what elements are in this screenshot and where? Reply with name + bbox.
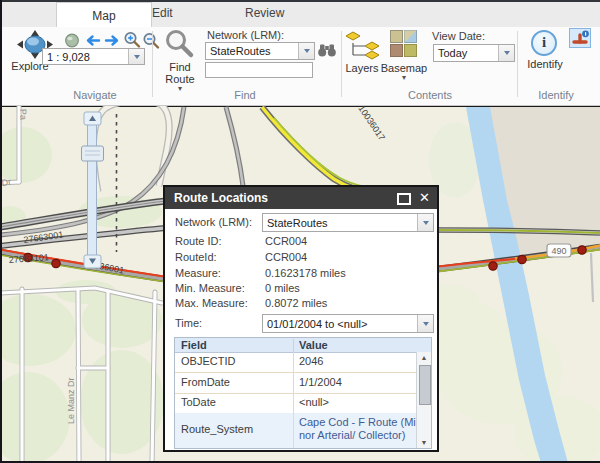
table-header-field: Field [181,339,207,351]
time-label: Time: [175,317,202,329]
dialog-titlebar[interactable]: Route Locations ✕ [165,187,437,209]
network-lrm-dropdown-arrow[interactable] [298,43,314,59]
min-measure-label: Min. Measure: [175,282,245,294]
basemap-icon[interactable] [390,30,417,57]
group-label-identify: Identify [512,89,600,101]
next-extent-icon[interactable] [104,34,121,47]
max-measure-value: 0.8072 miles [265,297,327,309]
route-id-label: Route ID: [175,235,221,247]
svg-text:490: 490 [551,246,566,256]
zoom-slider-handle[interactable] [82,146,104,161]
table-row[interactable]: FromDate 1/1/2004 [175,372,416,394]
street-label-lemanz: Le Manz Dr [66,377,76,424]
full-extent-globe-icon[interactable] [64,33,80,48]
group-divider [517,31,518,97]
measure-label: Measure: [175,267,221,279]
group-label-navigate: Navigate [40,89,150,101]
attribute-table: Field Value OBJECTID 2046 FromDate 1/1/2… [174,337,432,449]
network-lrm-value: StateRoutes [210,45,271,57]
ribbon-tab-bar: Map Edit Review [0,0,600,28]
close-icon[interactable]: ✕ [419,190,430,205]
ribbon: Explore 1 : 9,028 Navigate [0,27,600,106]
tab-map-label: Map [92,9,115,23]
route-locations-dialog: Route Locations ✕ Network (LRM): StateRo… [163,185,439,452]
route-shield-490: 490 [547,244,571,257]
maximize-icon[interactable] [397,193,411,205]
olive-road [438,230,600,233]
layers-icon[interactable] [344,30,382,60]
routeid-value: CCR004 [265,251,307,263]
view-date-label: View Date: [432,30,485,42]
time-combo[interactable]: 01/01/2004 to <null> [262,314,434,333]
identify-button-label[interactable]: Identify [522,58,568,70]
binoculars-icon[interactable] [317,42,337,58]
window-left-edge [0,0,2,463]
map-scale-combo[interactable]: 1 : 9,028 [42,48,145,65]
table-header-row: Field Value [175,338,431,353]
tab-map[interactable]: Map [56,2,152,28]
layers-button-label[interactable]: Layers [340,62,384,74]
map-scale-value: 1 : 9,028 [47,51,90,63]
scroll-down-arrow[interactable]: ▼ [417,439,431,446]
find-route-label-1: Find [158,61,202,73]
view-date-combo[interactable]: Today [433,44,515,62]
zoom-slider-track[interactable] [88,117,97,267]
max-measure-label: Max. Measure: [175,297,248,309]
routeid-label: RouteId: [175,251,217,263]
tab-review[interactable]: Review [245,6,284,20]
identify-route-locations-button[interactable] [569,28,591,48]
network-lrm-label: Network (LRM): [207,29,284,41]
route-identify-icon [570,29,590,47]
application-window: Map Edit Review Explore [0,0,600,463]
group-divider [152,31,153,97]
scroll-thumb[interactable] [419,365,431,405]
view-date-dropdown-arrow[interactable] [498,45,514,61]
street-label-dr: Dr [1,177,12,188]
dialog-network-value: StateRoutes [267,217,328,229]
min-measure-value: 0 miles [265,282,300,294]
time-value: 01/01/2004 to <null> [267,318,367,330]
dialog-network-combo[interactable]: StateRoutes [262,213,434,232]
time-dropdown-arrow[interactable] [417,315,433,332]
dialog-network-dropdown-arrow[interactable] [417,214,433,231]
window-top-edge [0,0,600,2]
dialog-title: Route Locations [174,191,268,205]
find-route-icon[interactable] [161,29,199,60]
group-label-find: Find [195,89,295,101]
tab-edit[interactable]: Edit [152,6,173,20]
map-scale-dropdown-arrow[interactable] [128,49,144,64]
network-lrm-combo[interactable]: StateRoutes [205,42,315,60]
street-label-pa: Pa [18,109,28,120]
route-id-input[interactable] [205,62,313,78]
group-label-contents: Contents [380,89,480,101]
scroll-up-arrow[interactable]: ▲ [417,354,431,361]
basemap-dropdown-arrow[interactable]: ▾ [398,74,410,82]
route-id-value: CCR004 [265,235,307,247]
dialog-network-label: Network (LRM): [175,216,252,228]
table-scrollbar[interactable]: ▲ ▼ [416,352,431,448]
view-date-value: Today [438,47,467,59]
identify-icon[interactable]: i [531,30,557,56]
table-row[interactable]: OBJECTID 2046 [175,352,416,373]
measure-value: 0.1623178 miles [265,267,346,279]
previous-extent-icon[interactable] [84,34,101,47]
zoom-in-icon[interactable] [123,31,141,49]
table-row[interactable]: ToDate <null> [175,393,416,414]
table-row[interactable]: Route_System Cape Cod - F Route (Mi nor … [175,413,416,448]
table-header-value: Value [299,339,328,351]
